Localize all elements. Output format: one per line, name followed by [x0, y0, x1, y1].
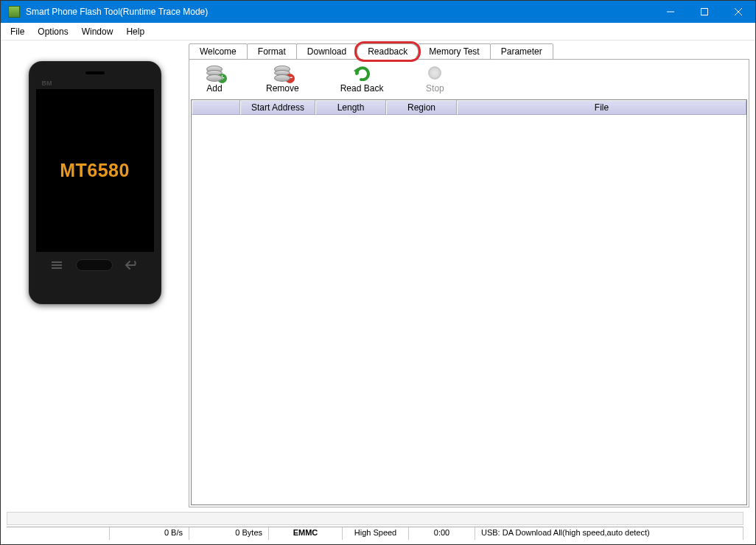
content-area: BM MT6580 Welcome Format Download Readba… — [1, 41, 755, 544]
tab-parameter[interactable]: Parameter — [490, 43, 553, 60]
menu-window[interactable]: Window — [75, 25, 120, 38]
work-area: Welcome Format Download Readback Memory … — [189, 41, 755, 544]
status-rate: 0 B/s — [110, 527, 189, 540]
stop-button: Stop — [424, 64, 445, 94]
maximize-button[interactable] — [687, 1, 721, 23]
menu-help[interactable]: Help — [119, 25, 151, 38]
col-start-address[interactable]: Start Address — [240, 100, 315, 115]
close-button[interactable] — [721, 1, 755, 23]
phone-menu-icon — [46, 259, 68, 271]
col-file[interactable]: File — [457, 100, 746, 115]
phone-chip-label: MT6580 — [60, 160, 130, 181]
phone-screen: MT6580 — [36, 89, 154, 252]
minimize-button[interactable] — [654, 1, 687, 23]
tab-format[interactable]: Format — [247, 43, 297, 60]
tab-strip: Welcome Format Download Readback Memory … — [189, 43, 749, 60]
phone-earpiece — [85, 71, 105, 74]
col-blank[interactable] — [192, 100, 240, 115]
status-bar: 0 B/s 0 Bytes EMMC High Speed 0:00 USB: … — [7, 527, 743, 540]
status-usb: USB: DA Download All(high speed,auto det… — [475, 527, 743, 540]
app-icon — [8, 6, 20, 18]
col-length[interactable]: Length — [315, 100, 386, 115]
menu-options[interactable]: Options — [31, 25, 74, 38]
add-label: Add — [206, 83, 222, 94]
phone-nav-buttons — [36, 252, 154, 271]
status-speed: High Speed — [343, 527, 409, 540]
db-add-icon — [204, 64, 225, 82]
col-region[interactable]: Region — [386, 100, 457, 115]
add-button[interactable]: Add — [204, 64, 225, 94]
tab-readback[interactable]: Readback — [357, 43, 419, 60]
db-remove-icon — [272, 64, 293, 82]
phone-home-icon — [76, 259, 113, 271]
progress-bar — [7, 512, 743, 525]
stop-label: Stop — [426, 83, 444, 94]
read-back-label: Read Back — [340, 83, 384, 94]
status-bytes: 0 Bytes — [189, 527, 269, 540]
status-storage: EMMC — [269, 527, 343, 540]
phone-back-icon — [122, 259, 144, 271]
stop-icon — [424, 64, 445, 82]
svg-rect-1 — [701, 9, 708, 15]
read-back-icon — [351, 64, 372, 82]
tab-panel: Add Remove Read Back — [189, 59, 749, 507]
remove-label: Remove — [266, 83, 299, 94]
tab-memory-test[interactable]: Memory Test — [418, 43, 490, 60]
table-header-row: Start Address Length Region File — [192, 100, 746, 115]
phone-graphic: BM MT6580 — [29, 61, 161, 304]
tab-welcome[interactable]: Welcome — [189, 43, 248, 60]
menu-file[interactable]: File — [4, 25, 31, 38]
read-back-button[interactable]: Read Back — [340, 64, 384, 94]
toolbar: Add Remove Read Back — [189, 60, 749, 96]
window-controls — [654, 1, 755, 23]
status-time: 0:00 — [409, 527, 475, 540]
menu-bar: File Options Window Help — [1, 23, 755, 41]
readback-table[interactable]: Start Address Length Region File — [191, 99, 747, 505]
window-title: Smart Phone Flash Tool(Runtime Trace Mod… — [26, 7, 654, 17]
title-bar: Smart Phone Flash Tool(Runtime Trace Mod… — [1, 1, 755, 23]
status-empty-1 — [7, 527, 110, 540]
phone-brand-label: BM — [42, 80, 52, 87]
tab-download[interactable]: Download — [296, 43, 357, 60]
remove-button[interactable]: Remove — [266, 64, 299, 94]
sidebar: BM MT6580 — [1, 41, 189, 544]
